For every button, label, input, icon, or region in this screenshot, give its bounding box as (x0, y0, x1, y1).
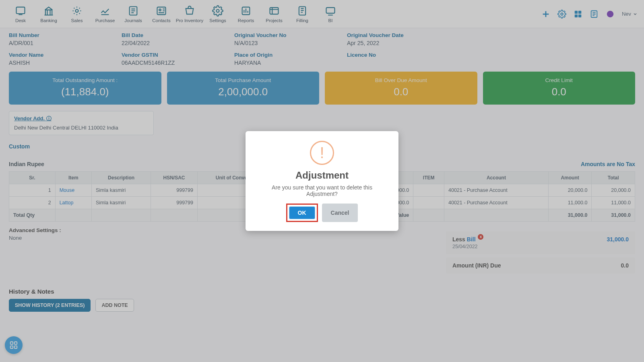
ok-button[interactable]: OK (289, 206, 315, 219)
warning-icon: ! (310, 141, 334, 165)
modal-message: Are you sure that you want to delete thi… (257, 184, 387, 197)
cancel-button[interactable]: Cancel (322, 204, 358, 222)
confirm-modal: ! Adjustment Are you sure that you want … (246, 131, 398, 231)
modal-scrim: ! Adjustment Are you sure that you want … (0, 0, 644, 362)
modal-title: Adjustment (257, 170, 387, 181)
ok-highlight: OK (286, 204, 318, 222)
